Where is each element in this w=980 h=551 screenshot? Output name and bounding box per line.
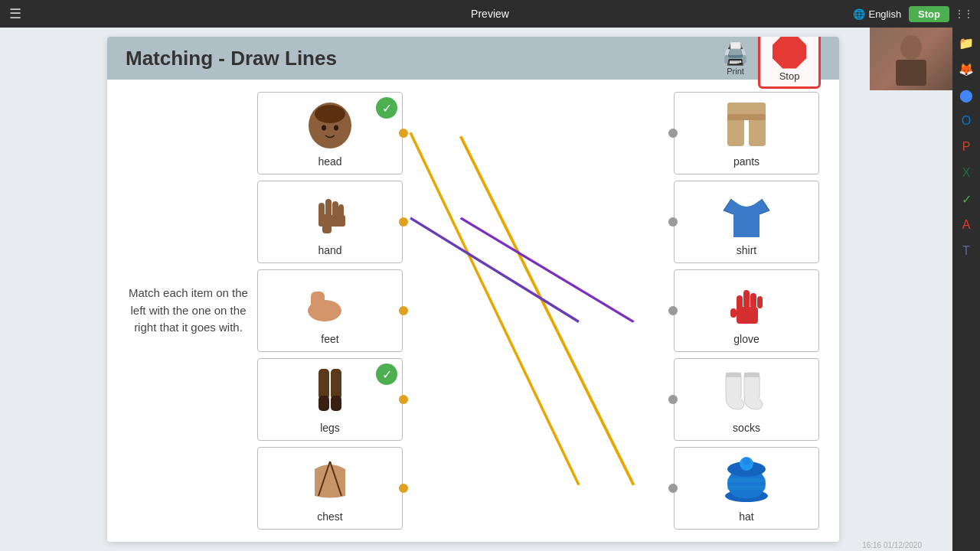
activity-title: Matching - Draw Lines — [126, 47, 337, 70]
activity-header: Matching - Draw Lines 🖨️ Print Stop — [107, 37, 839, 80]
globe-icon: 🌐 — [853, 8, 865, 20]
svg-rect-36 — [730, 308, 737, 318]
hamburger-icon[interactable]: ☰ — [9, 5, 21, 22]
instructions: Match each item on the left with the one… — [119, 92, 257, 530]
svg-rect-45 — [727, 486, 766, 490]
shirt-image — [720, 187, 773, 241]
feet-image — [303, 276, 357, 330]
dots-icon[interactable]: ⋮⋮ — [957, 7, 971, 21]
webcam-feed — [870, 28, 952, 90]
chest-dot — [399, 484, 408, 493]
svg-line-2 — [461, 136, 634, 485]
card-hand[interactable]: hand — [257, 181, 403, 263]
svg-rect-1 — [896, 60, 926, 86]
svg-rect-10 — [325, 199, 332, 217]
pants-dot — [668, 129, 678, 138]
svg-rect-33 — [743, 290, 750, 308]
svg-rect-23 — [318, 396, 329, 411]
sidebar-pdf-icon[interactable]: A — [956, 214, 977, 236]
language-label: English — [868, 8, 901, 20]
socks-image — [720, 365, 773, 419]
card-shirt[interactable]: shirt — [674, 181, 819, 263]
svg-rect-22 — [331, 369, 341, 399]
hand-dot — [399, 217, 408, 227]
hand-image — [303, 187, 357, 241]
card-pants[interactable]: pants — [674, 92, 819, 174]
svg-point-20 — [334, 311, 340, 316]
svg-point-0 — [900, 35, 922, 60]
connection-lines — [407, 92, 583, 530]
topbar-title: Preview — [471, 8, 509, 20]
cards-area: ✓ head — [257, 92, 827, 530]
svg-rect-44 — [727, 478, 766, 482]
legs-image — [303, 365, 357, 419]
timestamp: 16:16 01/12/2020 — [862, 541, 922, 549]
topbar-right: 🌐 English Stop ⋮⋮ — [853, 6, 971, 22]
right-cards: pants shirt — [674, 92, 827, 530]
activity-panel: Matching - Draw Lines 🖨️ Print Stop Matc… — [107, 37, 839, 542]
svg-point-16 — [309, 311, 315, 315]
svg-point-7 — [334, 126, 338, 131]
sidebar-teams-icon[interactable]: T — [956, 240, 977, 262]
svg-point-17 — [315, 313, 322, 318]
svg-rect-21 — [318, 369, 329, 399]
card-hat[interactable]: hat — [674, 447, 819, 530]
card-hat-label: hat — [739, 510, 753, 523]
svg-rect-40 — [744, 373, 760, 377]
svg-rect-30 — [727, 114, 766, 120]
glove-image — [720, 276, 773, 330]
print-icon: 🖨️ — [722, 41, 749, 67]
sidebar-check-icon[interactable]: ✓ — [956, 188, 977, 210]
stop-button-top[interactable]: Stop — [909, 6, 949, 22]
card-pants-label: pants — [733, 155, 760, 168]
svg-rect-13 — [318, 215, 345, 227]
left-cards: ✓ head — [257, 92, 410, 530]
print-button[interactable]: 🖨️ Print — [722, 41, 749, 76]
svg-point-18 — [322, 314, 328, 318]
socks-dot — [668, 395, 678, 404]
activity-body: Match each item on the left with the one… — [107, 80, 839, 542]
feet-dot — [399, 306, 408, 315]
card-legs-label: legs — [320, 422, 340, 434]
card-hand-label: hand — [318, 244, 341, 256]
right-sidebar: 📁 🦊 ⬤ O P X ✓ A T — [952, 28, 980, 551]
sidebar-ppt-icon[interactable]: P — [956, 136, 977, 158]
head-dot — [399, 129, 408, 138]
card-legs[interactable]: ✓ legs — [257, 358, 403, 441]
pants-image — [720, 99, 773, 152]
sidebar-folder-icon[interactable]: 📁 — [956, 32, 977, 54]
card-socks[interactable]: socks — [674, 358, 819, 441]
svg-point-47 — [743, 458, 750, 465]
stop-octagon-icon — [773, 37, 806, 69]
language-button[interactable]: 🌐 English — [853, 8, 901, 20]
topbar-left: ☰ — [9, 5, 21, 22]
head-image — [303, 99, 357, 152]
svg-point-6 — [322, 126, 326, 131]
svg-point-5 — [315, 105, 345, 123]
svg-rect-38 — [726, 373, 741, 377]
card-glove-label: glove — [733, 333, 759, 345]
webcam — [870, 28, 952, 90]
card-glove[interactable]: glove — [674, 269, 819, 352]
svg-rect-24 — [331, 396, 341, 411]
shirt-dot — [668, 217, 678, 227]
card-head[interactable]: ✓ head — [257, 92, 403, 174]
sidebar-firefox-icon[interactable]: 🦊 — [956, 58, 977, 80]
svg-line-48 — [410, 132, 579, 485]
hat-image — [720, 454, 773, 507]
topbar: ☰ Preview 🌐 English Stop ⋮⋮ — [0, 0, 980, 28]
check-head: ✓ — [376, 97, 397, 119]
instructions-text: Match each item on the left with the one… — [129, 285, 248, 337]
legs-dot — [399, 395, 408, 404]
card-feet[interactable]: feet — [257, 269, 403, 352]
card-chest[interactable]: chest — [257, 447, 403, 530]
sidebar-chrome-icon[interactable]: ⬤ — [956, 84, 977, 106]
card-feet-label: feet — [321, 333, 338, 345]
card-shirt-label: shirt — [737, 244, 756, 256]
sidebar-excel-icon[interactable]: X — [956, 162, 977, 184]
svg-point-19 — [328, 313, 334, 318]
card-chest-label: chest — [317, 510, 342, 523]
sidebar-outlook-icon[interactable]: O — [956, 110, 977, 132]
check-legs: ✓ — [376, 364, 397, 385]
svg-line-3 — [461, 218, 634, 322]
